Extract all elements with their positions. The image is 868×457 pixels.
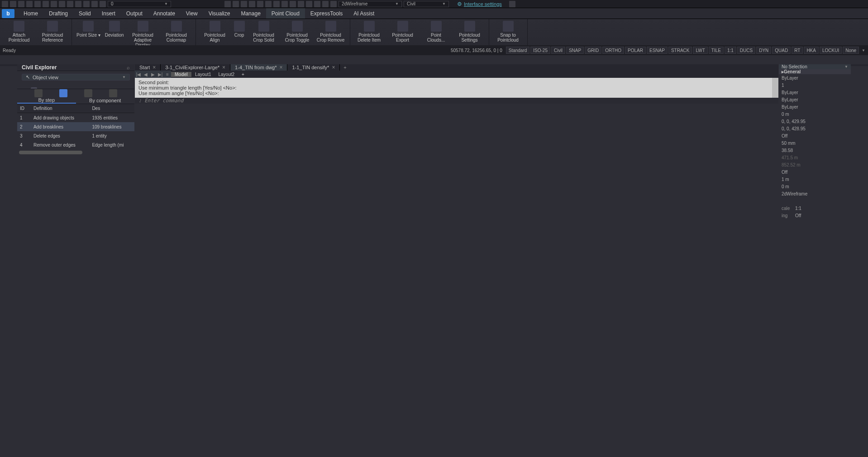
layout-nav-prev[interactable]: ◀ xyxy=(142,71,149,78)
table-row[interactable]: 1Add drawing objects1935 entities xyxy=(17,113,134,122)
close-icon[interactable]: × xyxy=(153,64,156,71)
property-row[interactable]: ByLayer xyxy=(779,74,851,81)
property-row[interactable]: cale1:1 xyxy=(779,205,851,212)
table-row[interactable]: 3Delete edges1 entity xyxy=(17,131,134,140)
help-icon[interactable] xyxy=(509,1,515,7)
qat-icon[interactable] xyxy=(322,1,329,7)
property-row[interactable]: Off xyxy=(779,168,851,176)
ribbon-button[interactable]: Pointcloud Settings xyxy=(453,20,486,43)
status-toggle[interactable]: ISO-25 xyxy=(530,47,550,54)
layout-list-icon[interactable]: ≡ xyxy=(164,71,171,78)
close-icon[interactable]: × xyxy=(279,64,282,71)
ribbon-tab-home[interactable]: Home xyxy=(18,8,43,19)
ribbon-tab-annotate[interactable]: Annotate xyxy=(148,8,181,19)
ribbon-button[interactable]: Pointcloud Delete Item xyxy=(353,20,386,43)
ribbon-tab-manage[interactable]: Manage xyxy=(235,8,266,19)
property-row[interactable]: 0, 0, 429.95 xyxy=(779,118,851,125)
interface-settings-link[interactable]: Interface settings xyxy=(464,1,502,7)
qat-icon[interactable] xyxy=(18,1,24,7)
qat-icon[interactable] xyxy=(34,1,41,7)
qat-icon[interactable] xyxy=(100,1,106,7)
status-toggle[interactable]: DYN xyxy=(756,47,771,54)
property-row[interactable]: ingOff xyxy=(779,212,851,219)
table-row[interactable]: 2Add breaklines109 breaklines xyxy=(17,122,134,131)
ribbon-button[interactable]: Pointcloud Crop Solid xyxy=(248,20,280,43)
qat-icon[interactable] xyxy=(51,1,57,7)
qat-icon[interactable] xyxy=(83,1,90,7)
property-row[interactable]: ByLayer xyxy=(779,89,851,96)
col-description[interactable]: Des xyxy=(89,106,134,111)
layer-combo[interactable]: 0▼ xyxy=(108,1,171,7)
status-toggle[interactable]: QUAD xyxy=(772,47,791,54)
qat-icon[interactable] xyxy=(67,1,73,7)
ribbon-button[interactable]: Deviation xyxy=(103,20,126,38)
ribbon-tab-ai-assist[interactable]: AI Assist xyxy=(348,8,380,19)
detail-subtab[interactable]: By step xyxy=(17,97,76,104)
property-row[interactable]: 0 m xyxy=(779,183,851,190)
workspace-combo[interactable]: Civil▼ xyxy=(404,1,449,7)
property-row[interactable] xyxy=(779,197,851,205)
property-row[interactable]: 1 m xyxy=(779,176,851,183)
status-toggle[interactable]: None xyxy=(843,47,859,54)
qat-icon[interactable] xyxy=(249,1,255,7)
ribbon-tab-point-cloud[interactable]: Point Cloud xyxy=(266,8,305,19)
selection-combo[interactable]: No Selection▼ xyxy=(779,64,851,69)
col-definition[interactable]: Definition xyxy=(31,106,89,111)
status-toggle[interactable]: ESNAP xyxy=(647,47,668,54)
qat-icon[interactable] xyxy=(43,1,49,7)
ribbon-button[interactable]: Snap to Pointcloud xyxy=(492,20,525,43)
property-row[interactable]: 50 mm xyxy=(779,139,851,147)
qat-icon[interactable] xyxy=(26,1,33,7)
info-tab-icon[interactable] xyxy=(34,89,43,97)
qat-icon[interactable] xyxy=(281,1,288,7)
close-icon[interactable]: × xyxy=(222,64,225,71)
qat-icon[interactable] xyxy=(273,1,280,7)
add-tab-button[interactable]: + xyxy=(340,64,350,71)
ribbon-button[interactable]: Pointcloud Crop Toggle xyxy=(281,20,314,43)
status-toggle[interactable]: HKA xyxy=(804,47,819,54)
status-toggle[interactable]: RT xyxy=(792,47,803,54)
visual-style-combo[interactable]: 2dWireframe▼ xyxy=(339,1,402,7)
document-tab[interactable]: 1-1_TIN densify*× xyxy=(287,64,340,71)
status-toggle[interactable]: STRACK xyxy=(668,47,692,54)
status-toggle[interactable]: Standard xyxy=(506,47,530,54)
qat-icon[interactable] xyxy=(306,1,312,7)
ribbon-tab-drafting[interactable]: Drafting xyxy=(43,8,73,19)
layout-nav-next[interactable]: ▶ xyxy=(149,71,157,78)
qat-icon[interactable] xyxy=(265,1,272,7)
ribbon-button[interactable]: Pointcloud Colormap xyxy=(160,20,193,43)
image-tab-icon[interactable] xyxy=(109,89,117,97)
add-layout-tab[interactable]: + xyxy=(238,71,248,78)
ribbon-button[interactable]: Crop xyxy=(232,20,247,38)
chart-tab-icon[interactable] xyxy=(84,89,92,97)
document-tab[interactable]: 1-4_TIN from dwg*× xyxy=(230,64,287,71)
app-icon[interactable]: b xyxy=(2,9,14,18)
status-toggle[interactable]: ORTHO xyxy=(602,47,624,54)
qat-icon[interactable] xyxy=(224,1,231,7)
status-toggle[interactable]: TILE xyxy=(709,47,724,54)
command-input[interactable]: : Enter command xyxy=(135,98,778,104)
qat-icon[interactable] xyxy=(257,1,263,7)
qat-icon[interactable] xyxy=(298,1,304,7)
property-row[interactable]: 0 m xyxy=(779,110,851,118)
ribbon-tab-insert[interactable]: Insert xyxy=(96,8,121,19)
status-toggle[interactable]: Civil xyxy=(551,47,565,54)
property-row[interactable]: 2dWireframe xyxy=(779,190,851,197)
search-icon[interactable]: ⌕ xyxy=(127,65,130,70)
property-row[interactable]: 0, 0, 428.95 xyxy=(779,125,851,132)
property-row[interactable]: 38.58 xyxy=(779,147,851,154)
ribbon-button[interactable]: Point Clouds... xyxy=(420,20,453,43)
list-tab-icon[interactable] xyxy=(59,89,67,97)
property-row[interactable]: ByLayer xyxy=(779,103,851,110)
detail-subtab[interactable]: By component xyxy=(76,97,135,104)
qat-icon[interactable] xyxy=(233,1,239,7)
col-id[interactable]: ID xyxy=(17,106,31,111)
ribbon-tab-solid[interactable]: Solid xyxy=(73,8,96,19)
ribbon-tab-output[interactable]: Output xyxy=(121,8,148,19)
property-row[interactable]: ByLayer xyxy=(779,96,851,103)
status-toggle[interactable]: LOCKUI xyxy=(820,47,842,54)
ribbon-tab-expresstools[interactable]: ExpressTools xyxy=(305,8,348,19)
table-row[interactable]: 4Remove outer edgesEdge length (mi xyxy=(17,140,134,149)
qat-icon[interactable] xyxy=(75,1,81,7)
status-toggle[interactable]: DUCS xyxy=(737,47,755,54)
